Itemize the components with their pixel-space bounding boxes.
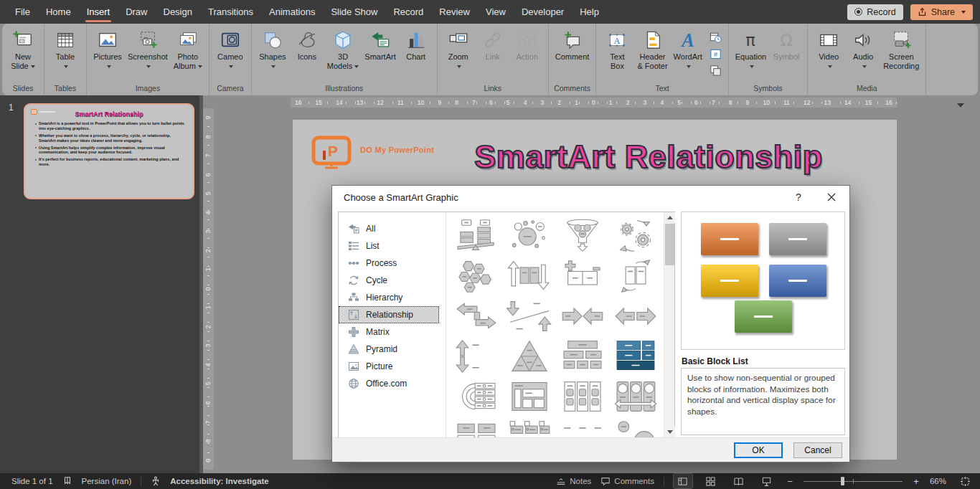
menu-file[interactable]: File bbox=[7, 0, 38, 24]
gallery-item-basic-block-list[interactable] bbox=[609, 336, 662, 376]
chevron-down-icon bbox=[198, 65, 202, 68]
ribbon-button-cameo[interactable]: Cameo bbox=[213, 27, 248, 72]
zoom-out-button[interactable]: − bbox=[786, 476, 794, 487]
ribbon-button-text-box[interactable]: ATextBox bbox=[600, 27, 634, 72]
gallery-item-segmented-pyramid[interactable] bbox=[503, 336, 556, 376]
menu-insert[interactable]: Insert bbox=[79, 0, 118, 24]
gallery-item-plus-and-minus[interactable] bbox=[556, 256, 609, 296]
language-indicator[interactable]: Persian (Iran) bbox=[82, 477, 132, 485]
ribbon-button-photo-album[interactable]: PhotoAlbum bbox=[171, 27, 205, 72]
reading-view-button[interactable] bbox=[730, 474, 748, 488]
ribbon-button-chart[interactable]: Chart bbox=[399, 27, 433, 63]
ribbon-button-video[interactable]: Video bbox=[811, 27, 846, 72]
gallery-item-circle-relationship[interactable] bbox=[503, 216, 556, 256]
gallery-item-dotted-row[interactable] bbox=[556, 417, 609, 437]
gallery-item-gear[interactable] bbox=[609, 216, 662, 256]
ribbon-button-slide-number[interactable]: # bbox=[707, 47, 725, 61]
zoom-in-button[interactable]: + bbox=[912, 476, 920, 487]
ribbon-button-3d-models[interactable]: 3DModels bbox=[324, 27, 362, 72]
slide-indicator[interactable]: Slide 1 of 1 bbox=[11, 477, 53, 485]
gallery-item-circle-pair[interactable] bbox=[609, 417, 662, 437]
menu-review[interactable]: Review bbox=[431, 0, 478, 24]
ribbon-button-pictures[interactable]: Pictures bbox=[90, 27, 125, 72]
zoom-slider[interactable] bbox=[804, 476, 903, 486]
ribbon-button-screenshot[interactable]: Screenshot bbox=[125, 27, 171, 72]
zoom-slider-thumb[interactable] bbox=[841, 477, 844, 485]
category-matrix[interactable]: Matrix bbox=[339, 323, 439, 341]
category-pyramid[interactable]: Pyramid bbox=[339, 341, 439, 358]
ribbon-button-audio[interactable]: Audio bbox=[846, 27, 880, 72]
slideshow-view-button[interactable] bbox=[758, 474, 776, 488]
gallery-item-titled-matrix[interactable] bbox=[503, 376, 556, 417]
ribbon-collapse-button[interactable] bbox=[951, 99, 970, 112]
ribbon-button-shapes[interactable]: Shapes bbox=[255, 27, 290, 72]
share-button[interactable]: Share bbox=[910, 4, 973, 20]
scroll-up-icon[interactable] bbox=[664, 212, 675, 223]
ruler-number: 4 bbox=[659, 98, 664, 108]
gallery-item-continuous-picture-list[interactable] bbox=[609, 376, 662, 417]
gallery-item-counterbalance-arrows[interactable] bbox=[503, 296, 556, 336]
ribbon-button-new-slide[interactable]: NewSlide bbox=[6, 27, 40, 72]
category-all[interactable]: All bbox=[339, 220, 439, 237]
menu-transitions[interactable]: Transitions bbox=[200, 0, 261, 24]
scrollbar-thumb[interactable] bbox=[665, 224, 674, 265]
spellcheck-book-icon[interactable] bbox=[62, 476, 72, 486]
menu-draw[interactable]: Draw bbox=[118, 0, 155, 24]
category-cycle[interactable]: Cycle bbox=[339, 272, 439, 289]
gallery-item-block-row[interactable] bbox=[450, 417, 503, 437]
gallery-item-vertical-block-list[interactable] bbox=[556, 376, 609, 417]
gallery-item-reverse-list[interactable] bbox=[609, 256, 662, 296]
slide-thumbnail[interactable]: SmartArt Relationship SmartArt is a powe… bbox=[24, 103, 194, 199]
dialog-close-button[interactable] bbox=[819, 189, 844, 206]
ribbon-button-equation[interactable]: πEquation bbox=[732, 27, 769, 72]
ribbon-button-zoom[interactable]: Zoom bbox=[441, 27, 476, 72]
menu-slide-show[interactable]: Slide Show bbox=[323, 0, 385, 24]
category-hierarchy[interactable]: Hierarchy bbox=[339, 289, 439, 306]
gallery-scrollbar[interactable] bbox=[664, 212, 674, 437]
ribbon-button-date-time[interactable] bbox=[707, 30, 725, 44]
gallery-item-pinned-list[interactable] bbox=[503, 417, 556, 437]
record-button[interactable]: Record bbox=[847, 4, 903, 20]
menu-animations[interactable]: Animations bbox=[261, 0, 323, 24]
ribbon-button-table[interactable]: Table bbox=[48, 27, 83, 72]
category-process[interactable]: Process bbox=[339, 255, 439, 272]
fit-to-window-button[interactable] bbox=[956, 474, 974, 488]
normal-view-button[interactable] bbox=[674, 474, 692, 488]
menu-design[interactable]: Design bbox=[156, 0, 200, 24]
ribbon-button-object[interactable] bbox=[707, 63, 725, 77]
category-list[interactable]: List bbox=[339, 237, 439, 255]
ribbon-button-smartart[interactable]: SmartArt bbox=[362, 27, 398, 63]
ribbon-button-screen-recording[interactable]: ScreenRecording bbox=[880, 27, 922, 72]
gallery-item-funnel[interactable] bbox=[556, 216, 609, 256]
dialog-help-button[interactable]: ? bbox=[788, 189, 809, 206]
gallery-item-hexagon-cluster[interactable] bbox=[450, 256, 503, 296]
slide-sorter-view-button[interactable] bbox=[702, 474, 720, 488]
gallery-item-opposing-arrows[interactable] bbox=[503, 256, 556, 296]
category-relationship[interactable]: Relationship bbox=[339, 306, 439, 323]
menu-home[interactable]: Home bbox=[38, 0, 79, 24]
gallery-item-arrow-ribbon[interactable] bbox=[450, 296, 503, 336]
gallery-item-diverging-arrows[interactable] bbox=[609, 296, 662, 336]
ribbon-button-icons[interactable]: Icons bbox=[290, 27, 324, 63]
gallery-item-opposing-ideas[interactable] bbox=[450, 336, 503, 376]
gallery-item-balance[interactable] bbox=[450, 216, 503, 256]
comments-toggle[interactable]: Comments bbox=[600, 476, 654, 486]
accessibility-status[interactable]: Accessibility: Investigate bbox=[170, 477, 268, 485]
ribbon-button-header-footer[interactable]: Header& Footer bbox=[634, 27, 670, 72]
menu-help[interactable]: Help bbox=[572, 0, 607, 24]
ribbon-button-comment[interactable]: Comment bbox=[552, 27, 593, 63]
menu-record[interactable]: Record bbox=[385, 0, 431, 24]
cancel-button[interactable]: Cancel bbox=[793, 442, 842, 458]
gallery-item-stacked-list[interactable] bbox=[556, 336, 609, 376]
ribbon-button-wordart[interactable]: AWordArt bbox=[671, 27, 705, 72]
category-picture[interactable]: Picture bbox=[339, 358, 439, 375]
scroll-down-icon[interactable] bbox=[664, 427, 675, 437]
menu-developer[interactable]: Developer bbox=[514, 0, 572, 24]
menu-view[interactable]: View bbox=[478, 0, 514, 24]
gallery-item-circled-list[interactable] bbox=[450, 376, 503, 417]
zoom-level[interactable]: 66% bbox=[930, 477, 946, 485]
ok-button[interactable]: OK bbox=[734, 442, 783, 458]
notes-toggle[interactable]: Notes bbox=[556, 476, 591, 486]
category-office-com[interactable]: Office.com bbox=[339, 375, 439, 392]
gallery-item-converging-arrows[interactable] bbox=[556, 296, 609, 336]
